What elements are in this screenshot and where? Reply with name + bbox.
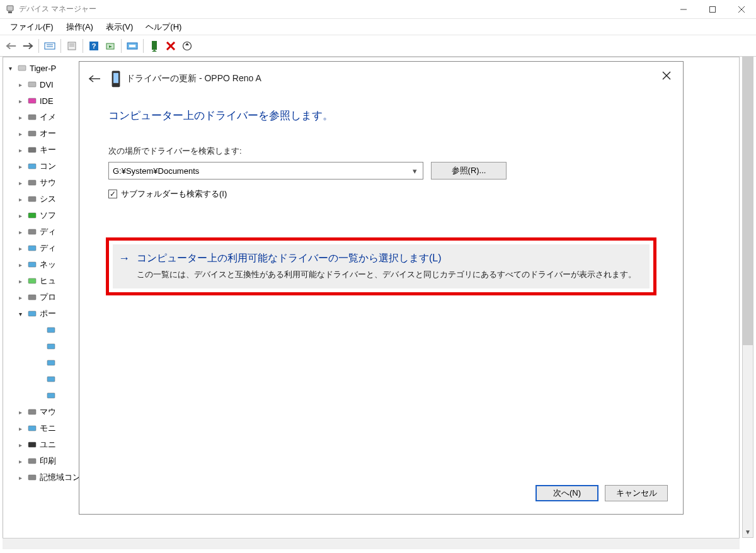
device-category-icon	[26, 406, 38, 418]
tree-item-label: ディ	[40, 242, 56, 254]
svg-rect-1	[8, 11, 12, 13]
device-category-icon	[26, 161, 38, 172]
tree-item-label: ソフ	[40, 210, 56, 221]
tree-caret-icon[interactable]	[16, 81, 25, 88]
include-subfolders-label: サブフォルダーも検索する(I)	[121, 188, 227, 200]
tree-caret-icon[interactable]	[16, 425, 25, 432]
app-icon	[5, 4, 15, 14]
driver-path-value: G:¥System¥Documents	[113, 166, 199, 176]
chevron-down-icon[interactable]: ▾	[409, 165, 420, 176]
properties-button[interactable]	[64, 38, 79, 54]
svg-rect-27	[28, 115, 36, 120]
tree-item-label: DVI	[40, 80, 54, 89]
tree-item-label: ヒュ	[40, 275, 56, 287]
dialog-back-button[interactable]	[87, 71, 102, 86]
svg-rect-36	[28, 262, 36, 267]
menu-help[interactable]: ヘルプ(H)	[139, 20, 188, 35]
svg-rect-40	[47, 328, 55, 333]
svg-rect-42	[47, 360, 55, 365]
tree-caret-icon[interactable]	[16, 180, 25, 186]
scrollbar-thumb[interactable]	[743, 57, 753, 345]
browse-button[interactable]: 参照(R)...	[431, 162, 507, 180]
scan-hardware-button[interactable]	[180, 38, 195, 54]
tree-caret-icon[interactable]	[16, 442, 25, 448]
update-driver-button[interactable]	[125, 38, 140, 54]
menu-view[interactable]: 表示(V)	[100, 20, 139, 35]
nav-forward-button[interactable]	[20, 38, 35, 54]
svg-rect-30	[28, 164, 36, 169]
close-button[interactable]	[727, 0, 756, 19]
enable-device-button[interactable]	[147, 38, 162, 54]
device-category-icon	[26, 193, 38, 205]
next-button[interactable]: 次へ(N)	[536, 485, 598, 501]
tree-item-label: IDE	[40, 96, 54, 106]
tree-caret-icon[interactable]	[6, 65, 14, 72]
svg-rect-26	[28, 98, 36, 103]
device-tree-panel: Tiger-PDVIIDEイメオーキーコンサウシスソフディディネッヒュプロポーマ…	[3, 57, 740, 549]
device-category-icon	[26, 111, 38, 123]
help-button[interactable]: ?	[86, 38, 101, 54]
menu-action[interactable]: 操作(A)	[60, 20, 100, 35]
pick-from-list-option[interactable]: → コンピューター上の利用可能なドライバーの一覧から選択します(L) この一覧に…	[113, 244, 650, 288]
choice-title: コンピューター上の利用可能なドライバーの一覧から選択します(L)	[137, 252, 442, 265]
tree-caret-icon[interactable]	[16, 212, 25, 219]
tree-caret-icon[interactable]	[16, 458, 25, 465]
tree-item-label: コン	[40, 161, 56, 172]
svg-rect-32	[28, 197, 36, 202]
tree-caret-icon[interactable]	[16, 245, 25, 252]
driver-path-combo[interactable]: G:¥System¥Documents ▾	[108, 162, 423, 180]
show-hidden-button[interactable]	[42, 38, 57, 54]
svg-rect-18	[152, 41, 157, 50]
cancel-button[interactable]: キャンセル	[605, 485, 668, 501]
scan-button[interactable]	[103, 38, 118, 54]
svg-rect-35	[28, 246, 36, 251]
tree-item-label: 印刷	[40, 455, 56, 467]
device-category-icon	[26, 210, 38, 221]
scroll-down-icon[interactable]: ▼	[743, 526, 753, 537]
tree-caret-icon[interactable]	[16, 311, 25, 317]
svg-rect-46	[28, 426, 36, 431]
svg-rect-49	[28, 475, 36, 480]
tree-item-label: サウ	[40, 177, 56, 188]
tree-item-label: マウ	[40, 406, 56, 418]
include-subfolders-checkbox[interactable]	[108, 190, 117, 198]
svg-rect-37	[28, 278, 36, 283]
svg-rect-39	[28, 311, 36, 316]
tree-caret-icon[interactable]	[16, 147, 25, 154]
highlighted-choice: → コンピューター上の利用可能なドライバーの一覧から選択します(L) この一覧に…	[106, 237, 656, 295]
nav-back-button[interactable]	[4, 38, 19, 54]
device-category-icon	[26, 242, 38, 254]
tree-caret-icon[interactable]	[16, 294, 25, 301]
tree-item-label: モニ	[40, 423, 56, 434]
dialog-title: ドライバーの更新 - OPPO Reno A	[126, 73, 261, 84]
tree-caret-icon[interactable]	[16, 130, 25, 137]
uninstall-device-button[interactable]	[163, 38, 178, 54]
tree-caret-icon[interactable]	[16, 196, 25, 203]
tree-caret-icon[interactable]	[16, 474, 25, 481]
tree-caret-icon[interactable]	[16, 261, 25, 268]
horizontal-scrollbar[interactable]	[3, 538, 740, 549]
svg-rect-48	[28, 459, 36, 464]
arrow-right-icon: →	[118, 252, 130, 265]
vertical-scrollbar[interactable]: ▲ ▼	[742, 57, 753, 538]
device-category-icon	[26, 226, 38, 237]
device-category-icon	[26, 292, 38, 303]
device-category-icon	[45, 341, 57, 352]
svg-rect-41	[47, 344, 55, 349]
tree-caret-icon[interactable]	[16, 229, 25, 236]
svg-rect-34	[28, 229, 36, 234]
menu-file[interactable]: ファイル(F)	[4, 20, 60, 35]
tree-caret-icon[interactable]	[16, 163, 25, 170]
minimize-button[interactable]	[669, 0, 698, 19]
svg-rect-25	[28, 82, 36, 87]
maximize-button[interactable]	[698, 0, 727, 19]
device-icon	[111, 72, 121, 86]
tree-item-label: キー	[40, 144, 56, 156]
tree-item-label: ネッ	[40, 259, 56, 270]
tree-caret-icon[interactable]	[16, 409, 25, 416]
tree-caret-icon[interactable]	[16, 114, 25, 121]
tree-caret-icon[interactable]	[16, 98, 25, 105]
svg-rect-43	[47, 377, 55, 382]
tree-caret-icon[interactable]	[16, 278, 25, 285]
dialog-close-button[interactable]	[658, 67, 675, 84]
